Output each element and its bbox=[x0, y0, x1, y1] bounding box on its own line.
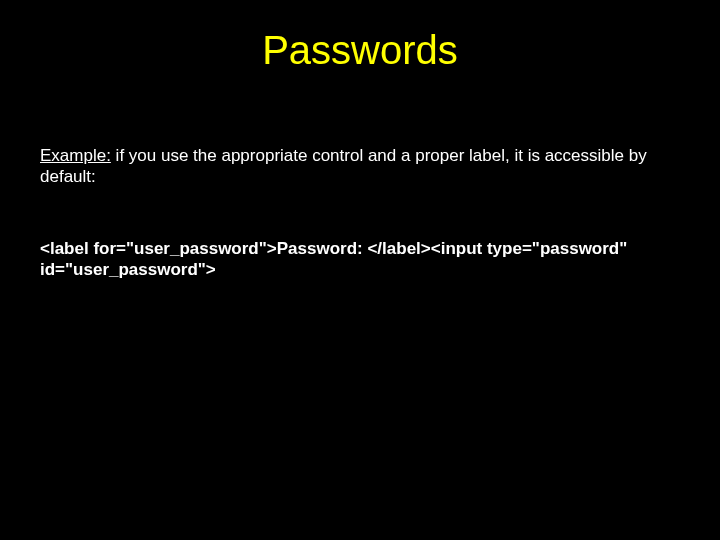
slide-title: Passwords bbox=[0, 0, 720, 73]
example-text: if you use the appropriate control and a… bbox=[40, 146, 647, 186]
example-label: Example: bbox=[40, 146, 111, 165]
example-paragraph: Example: if you use the appropriate cont… bbox=[0, 145, 720, 188]
slide: Passwords Example: if you use the approp… bbox=[0, 0, 720, 540]
code-snippet: <label for="user_password">Password: </l… bbox=[0, 238, 720, 281]
